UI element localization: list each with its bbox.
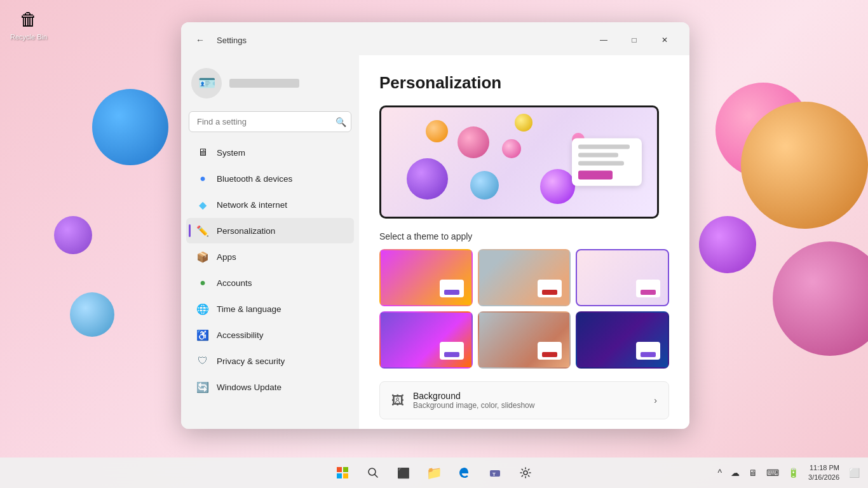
clock-date: 3/16/2026: [808, 473, 839, 482]
sidebar-item-apps[interactable]: 📦 Apps: [186, 244, 354, 269]
privacy-label: Privacy & security: [217, 356, 285, 366]
search-box: 🔍: [189, 111, 351, 132]
svg-text:T: T: [492, 471, 496, 477]
user-profile[interactable]: 🪪: [181, 60, 359, 109]
maximize-button[interactable]: □: [620, 30, 649, 50]
network-label: Network & internet: [217, 200, 287, 210]
minimize-button[interactable]: —: [589, 30, 618, 50]
taskbar: ⬛ 📁 T ^ ☁: [0, 458, 868, 488]
accounts-label: Accounts: [217, 278, 252, 288]
sidebar-item-update[interactable]: 🔄 Windows Update: [186, 374, 354, 400]
title-bar: ← Settings — □ ✕: [181, 22, 689, 55]
accessibility-label: Accessibility: [217, 330, 264, 340]
theme-card-2[interactable]: [478, 249, 571, 306]
update-icon: 🔄: [196, 381, 209, 393]
avatar: 🪪: [191, 68, 222, 98]
close-button[interactable]: ✕: [650, 30, 679, 50]
recycle-bin-icon: 🗑: [16, 6, 41, 32]
taskbar-center: ⬛ 📁 T: [329, 459, 539, 487]
sidebar-item-system[interactable]: 🖥 System: [186, 140, 354, 165]
title-bar-left: ← Settings: [191, 31, 247, 49]
notification-icon[interactable]: ⬜: [846, 465, 863, 480]
sidebar-item-network[interactable]: ◆ Network & internet: [186, 192, 354, 217]
theme-card-3[interactable]: [576, 249, 669, 306]
sidebar-item-privacy[interactable]: 🛡 Privacy & security: [186, 348, 354, 374]
select-theme-label: Select a theme to apply: [379, 231, 669, 241]
clock-area[interactable]: 11:18 PM 3/16/2026: [804, 461, 843, 485]
sidebar: 🪪 🔍 🖥 System ● Bluetooth & d: [181, 55, 359, 429]
clock-time: 11:18 PM: [808, 463, 839, 473]
chevron-right-icon: ›: [654, 395, 657, 405]
background-setting-row[interactable]: 🖼 Background Background image, color, sl…: [379, 381, 669, 419]
time-label: Time & language: [217, 304, 281, 314]
sidebar-item-time[interactable]: 🌐 Time & language: [186, 296, 354, 322]
main-content: Personalization: [359, 55, 689, 429]
window-controls: — □ ✕: [589, 30, 679, 50]
tray-chevron[interactable]: ^: [714, 465, 725, 480]
window-title: Settings: [217, 36, 247, 45]
background-row-text: Background Background image, color, slid…: [413, 391, 534, 410]
battery-icon[interactable]: 🔋: [785, 465, 802, 480]
svg-rect-1: [343, 467, 348, 472]
sidebar-item-bluetooth[interactable]: ● Bluetooth & devices: [186, 166, 354, 191]
svg-rect-2: [337, 473, 342, 478]
theme-card-6[interactable]: [576, 311, 669, 369]
apps-label: Apps: [217, 252, 236, 262]
recycle-bin[interactable]: 🗑 Recycle Bin: [6, 6, 51, 41]
bluetooth-icon: ●: [196, 172, 209, 185]
search-taskbar-button[interactable]: [359, 459, 387, 487]
accessibility-icon: ♿: [196, 329, 209, 341]
theme-card-5[interactable]: [478, 311, 571, 369]
network-icon: ◆: [196, 198, 209, 211]
user-name-placeholder: [229, 79, 299, 88]
system-icon: 🖥: [196, 146, 209, 159]
settings-taskbar-button[interactable]: [512, 459, 539, 487]
taskbar-right: ^ ☁ 🖥 ⌨ 🔋 11:18 PM 3/16/2026 ⬜: [714, 461, 868, 485]
onedrive-icon[interactable]: ☁: [728, 465, 743, 480]
theme-card-1[interactable]: [379, 249, 473, 306]
edge-button[interactable]: [451, 459, 478, 487]
taskview-button[interactable]: ⬛: [390, 459, 417, 487]
theme-card-4[interactable]: [379, 311, 473, 369]
svg-rect-0: [337, 467, 342, 472]
system-label: System: [217, 148, 245, 158]
privacy-icon: 🛡: [196, 355, 209, 367]
files-button[interactable]: 📁: [420, 459, 448, 487]
background-row-left: 🖼 Background Background image, color, sl…: [391, 391, 534, 410]
update-label: Windows Update: [217, 383, 281, 392]
background-title: Background: [413, 391, 534, 401]
background-icon: 🖼: [391, 393, 404, 408]
time-icon: 🌐: [196, 302, 209, 315]
settings-body: 🪪 🔍 🖥 System ● Bluetooth & d: [181, 55, 689, 429]
sidebar-item-accessibility[interactable]: ♿ Accessibility: [186, 322, 354, 348]
desktop: 🗑 Recycle Bin ← Settings — □ ✕ 🪪: [0, 0, 868, 488]
personalization-icon: ✏️: [196, 224, 209, 237]
accounts-icon: ●: [196, 276, 209, 289]
svg-point-8: [524, 471, 527, 475]
bluetooth-label: Bluetooth & devices: [217, 174, 292, 184]
display-icon[interactable]: 🖥: [745, 465, 761, 480]
teams-button[interactable]: T: [481, 459, 509, 487]
preview-card: [572, 139, 642, 186]
language-icon[interactable]: ⌨: [763, 465, 782, 480]
search-input[interactable]: [189, 111, 351, 132]
search-icon-button[interactable]: 🔍: [336, 117, 346, 127]
background-subtitle: Background image, color, slideshow: [413, 401, 534, 410]
svg-line-5: [375, 475, 378, 478]
sidebar-nav: 🖥 System ● Bluetooth & devices ◆ Network…: [181, 140, 359, 400]
apps-icon: 📦: [196, 250, 209, 263]
back-button[interactable]: ←: [191, 31, 209, 49]
recycle-bin-label: Recycle Bin: [10, 33, 47, 41]
sidebar-item-accounts[interactable]: ● Accounts: [186, 270, 354, 295]
start-button[interactable]: [329, 459, 356, 487]
svg-rect-3: [343, 473, 348, 478]
settings-window: ← Settings — □ ✕ 🪪 🔍: [181, 22, 689, 429]
themes-grid: [379, 249, 669, 369]
personalization-label: Personalization: [217, 226, 275, 236]
theme-preview: [379, 105, 659, 219]
page-title: Personalization: [379, 73, 669, 93]
sidebar-item-personalization[interactable]: ✏️ Personalization: [186, 218, 354, 243]
